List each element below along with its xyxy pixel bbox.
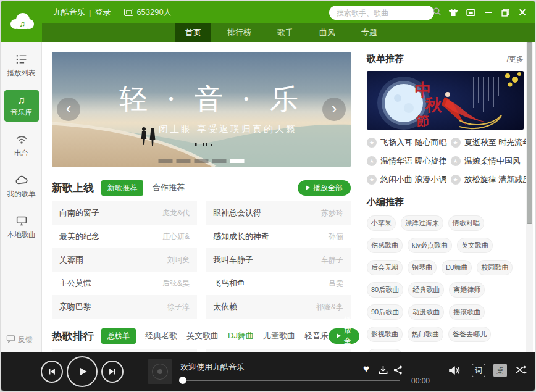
tag-pill[interactable]: DJ舞曲: [442, 260, 472, 275]
carousel-dot[interactable]: [212, 159, 227, 163]
mini-mode-icon[interactable]: [466, 7, 475, 17]
table-row: 主公莫慌后弦&昊 飞鸟和鱼吕雯: [52, 272, 351, 295]
tag-pill[interactable]: 钢琴曲: [408, 260, 437, 275]
song-item[interactable]: 飞鸟和鱼吕雯: [206, 272, 351, 295]
lyrics-button[interactable]: 词: [472, 364, 485, 377]
share-icon[interactable]: [393, 365, 403, 375]
volume-icon[interactable]: [448, 365, 462, 376]
sidebar-item-radio[interactable]: 电台: [4, 130, 39, 162]
search-input[interactable]: [337, 9, 432, 17]
tag-pill[interactable]: ktv必点歌曲: [408, 238, 452, 253]
song-item[interactable]: 主公莫慌后弦&昊: [52, 272, 197, 295]
tag-pill[interactable]: 英文歌曲: [457, 238, 493, 253]
song-item[interactable]: 感知成长的神奇孙俪: [206, 225, 351, 248]
play-all-button[interactable]: 播放全部: [329, 328, 359, 344]
maximize-button[interactable]: [500, 7, 510, 17]
carousel-banner[interactable]: 轻 · 音 · 乐 闭上眼 享受返璞归真的天籁 ‹ ›: [52, 52, 351, 167]
tab-overall-chart[interactable]: 总榜单: [101, 328, 136, 344]
tag-pill[interactable]: 经典歌曲: [408, 282, 444, 298]
tag-pill[interactable]: 情歌对唱: [448, 215, 484, 231]
tag-pill[interactable]: 漂洋过海来: [401, 215, 443, 231]
previous-button[interactable]: [41, 361, 63, 383]
tag-pill[interactable]: 校园歌曲: [477, 260, 513, 275]
download-icon[interactable]: [378, 365, 388, 375]
playlist-link[interactable]: ★温婉柔情中国风: [451, 156, 526, 167]
search-icon[interactable]: [432, 7, 442, 19]
app-window: 九酷音乐 | 登录 653290人: [1, 1, 535, 391]
tab-genre[interactable]: 曲风: [309, 23, 345, 42]
tab-coop-recommend[interactable]: 合作推荐: [153, 182, 185, 193]
mid-autumn-banner-image[interactable]: 中 秋 節: [367, 71, 524, 130]
tag-pill[interactable]: 热门歌曲: [408, 327, 443, 342]
feedback-button[interactable]: 反馈: [6, 334, 33, 345]
tag-pill[interactable]: 伤感歌曲: [367, 238, 403, 253]
minimize-button[interactable]: [483, 7, 493, 17]
play-button[interactable]: [67, 356, 98, 387]
tag-pill[interactable]: 90后歌曲: [367, 304, 403, 320]
play-all-button[interactable]: 播放全部: [298, 180, 351, 196]
sidebar-item-playlist[interactable]: 播放列表: [4, 49, 39, 82]
playlist-link[interactable]: ★夏逝秋至 时光流年: [451, 137, 526, 148]
tab-artists[interactable]: 歌手: [267, 23, 303, 42]
playlist-link[interactable]: ★放松旋律 清新减压: [451, 174, 526, 185]
tag-pill[interactable]: 影视歌曲: [367, 327, 403, 342]
song-item[interactable]: 太依赖祁隆&李: [206, 295, 351, 319]
playlist-recommend-header: 歌单推荐 /更多: [367, 53, 524, 65]
playlist-icon: [15, 54, 28, 66]
tab-ranking[interactable]: 排行榜: [217, 23, 261, 42]
search-box[interactable]: [329, 6, 434, 20]
tag-pill[interactable]: 动漫歌曲: [408, 304, 444, 320]
listeners-icon: [124, 9, 133, 16]
playlist-link[interactable]: ★温情华语 暖心旋律: [367, 156, 447, 167]
playlist-link[interactable]: ★飞扬入耳 随心而唱: [367, 137, 447, 148]
progress-knob[interactable]: [179, 377, 186, 384]
sidebar-item-music-library[interactable]: ♫ 音乐库: [4, 90, 39, 122]
scrollbar-thumb[interactable]: [527, 42, 532, 224]
login-link[interactable]: 登录: [94, 7, 111, 18]
carousel-next-button[interactable]: ›: [322, 98, 346, 121]
carousel-dot[interactable]: [195, 159, 209, 163]
carousel-dot-active[interactable]: [230, 159, 245, 163]
sidebar-item-label: 我的歌单: [7, 190, 36, 199]
song-item[interactable]: 亲吻巴黎徐子淳: [52, 295, 197, 319]
skin-icon[interactable]: [448, 7, 458, 17]
app-logo[interactable]: ♫: [1, 1, 42, 42]
tag-pill[interactable]: 后会无期: [367, 260, 403, 275]
star-icon: ★: [451, 175, 461, 185]
song-item[interactable]: 芙蓉雨刘珂矣: [52, 248, 197, 272]
tag-pill[interactable]: 80后歌曲: [367, 282, 403, 298]
tab-children-songs[interactable]: 儿童歌曲: [263, 330, 295, 341]
song-item[interactable]: 眼神总会认得苏妙玲: [206, 201, 351, 225]
vertical-scrollbar[interactable]: [526, 42, 533, 352]
tab-english-songs[interactable]: 英文歌曲: [186, 330, 219, 341]
tab-classic-songs[interactable]: 经典老歌: [145, 330, 177, 341]
tag-pill[interactable]: 爸爸去哪儿: [448, 327, 491, 342]
tab-dj-dance[interactable]: DJ舞曲: [228, 330, 254, 341]
tab-light-music[interactable]: 轻音乐: [304, 330, 329, 341]
song-item[interactable]: 向南的窗子庞龙&代: [52, 201, 197, 225]
tag-pill[interactable]: 小苹果: [367, 215, 396, 231]
song-item[interactable]: 最美的纪念庄心妍&: [52, 225, 197, 248]
close-button[interactable]: [517, 7, 527, 17]
carousel-dot[interactable]: [177, 159, 191, 163]
carousel-dots: [159, 159, 245, 163]
tag-pill[interactable]: 摇滚歌曲: [449, 304, 485, 320]
playlist-link[interactable]: ★悠闲小曲 浪漫小调: [367, 174, 447, 185]
tab-topics[interactable]: 专题: [351, 23, 387, 42]
song-item[interactable]: 我叫车静子车静子: [206, 248, 351, 272]
favorite-icon[interactable]: ♥: [363, 363, 369, 375]
desktop-lyrics-button[interactable]: 桌: [493, 364, 507, 377]
sidebar-item-local-songs[interactable]: 本地歌曲: [4, 211, 39, 244]
more-link[interactable]: /更多: [507, 54, 524, 65]
tab-new-recommend[interactable]: 新歌推荐: [101, 180, 143, 196]
tag-pill[interactable]: 离婚律师: [449, 282, 485, 298]
carousel-dot[interactable]: [159, 159, 173, 163]
progress-bar[interactable]: [180, 380, 400, 381]
tab-home[interactable]: 首页: [175, 23, 211, 42]
shuffle-icon[interactable]: [515, 365, 529, 375]
next-button[interactable]: [101, 361, 124, 383]
app-title: 九酷音乐: [53, 7, 85, 18]
sidebar-item-my-playlists[interactable]: 我的歌单: [4, 170, 39, 203]
carousel-prev-button[interactable]: ‹: [57, 98, 80, 121]
online-count: 653290人: [124, 7, 171, 18]
